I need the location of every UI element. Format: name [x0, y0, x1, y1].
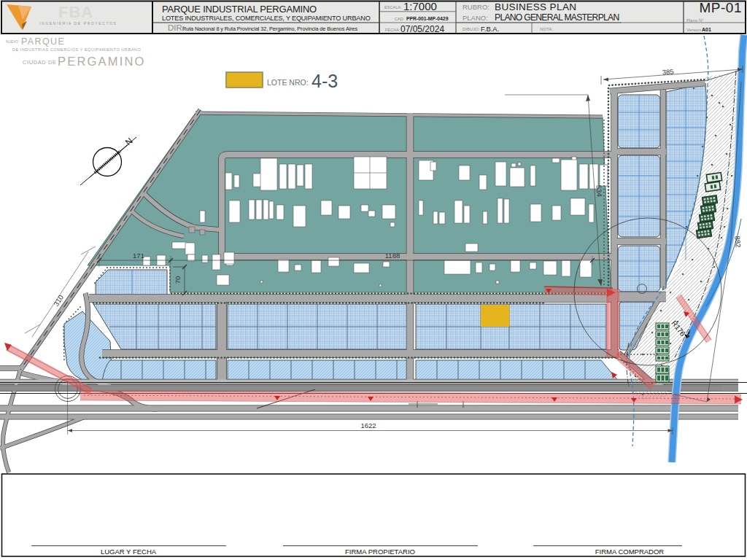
- svg-text:MP-01: MP-01: [700, 0, 742, 15]
- svg-text:1:7000: 1:7000: [403, 0, 437, 12]
- svg-text:INGENIERIA DE PROYECTOS: INGENIERIA DE PROYECTOS: [39, 21, 117, 26]
- svg-text:1188: 1188: [385, 252, 400, 260]
- svg-text:A01: A01: [702, 27, 711, 32]
- svg-text:FIRMA COMPRADOR: FIRMA COMPRADOR: [595, 548, 665, 556]
- svg-text:F.B.A.: F.B.A.: [481, 25, 499, 33]
- svg-text:534: 534: [595, 185, 604, 197]
- svg-text:DIBUJO:: DIBUJO:: [462, 27, 480, 31]
- svg-text:Version: Version: [686, 28, 701, 32]
- svg-text:PERGAMINO: PERGAMINO: [58, 55, 146, 68]
- svg-text:NUEVO: NUEVO: [6, 40, 18, 44]
- svg-text:DE INDUSTRIAS COMERCIOS Y EQUI: DE INDUSTRIAS COMERCIOS Y EQUIPAMIENTO U…: [12, 47, 141, 52]
- svg-text:RUBRO:: RUBRO:: [462, 3, 489, 11]
- svg-text:FIRMA PROPIETARIO: FIRMA PROPIETARIO: [345, 548, 415, 556]
- svg-text:FECHA:: FECHA:: [385, 28, 400, 32]
- svg-text:4-3: 4-3: [311, 71, 338, 91]
- svg-text:Ruta Nacional 8 y Ruta Provinc: Ruta Nacional 8 y Ruta Provincial 32, Pe…: [182, 26, 357, 32]
- svg-text:Plano N°: Plano N°: [686, 18, 704, 23]
- svg-text:07/05/2024: 07/05/2024: [400, 24, 444, 34]
- svg-text:NOTA:: NOTA:: [540, 27, 553, 31]
- svg-text:BUSINESS PLAN: BUSINESS PLAN: [495, 1, 577, 12]
- svg-text:CIUDAD DE: CIUDAD DE: [23, 59, 57, 66]
- svg-text:CAD:: CAD:: [395, 17, 405, 21]
- svg-text:70: 70: [174, 276, 182, 284]
- svg-text:PLANO:: PLANO:: [462, 14, 488, 22]
- svg-text:PPR-001-MP-0429: PPR-001-MP-0429: [406, 16, 449, 21]
- svg-text:ESCALA:: ESCALA:: [384, 5, 402, 9]
- svg-text:385: 385: [662, 67, 674, 76]
- svg-text:PARQUE INDUSTRIAL PERGAMINO: PARQUE INDUSTRIAL PERGAMINO: [162, 4, 317, 15]
- svg-text:PLANO GENERAL MASTERPLAN: PLANO GENERAL MASTERPLAN: [495, 12, 619, 23]
- svg-text:171: 171: [133, 252, 144, 260]
- svg-text:LOTES INDUSTRIALES, COMERCIALE: LOTES INDUSTRIALES, COMERCIALES, Y EQUIP…: [162, 15, 371, 22]
- svg-text:PARQUE: PARQUE: [21, 36, 65, 47]
- svg-text:LUGAR Y FECHA: LUGAR Y FECHA: [101, 548, 157, 556]
- svg-text:LOTE NRO:: LOTE NRO:: [267, 78, 309, 87]
- svg-text:882: 882: [733, 236, 743, 248]
- svg-text:FBA: FBA: [58, 3, 93, 21]
- svg-text:1622: 1622: [360, 421, 376, 429]
